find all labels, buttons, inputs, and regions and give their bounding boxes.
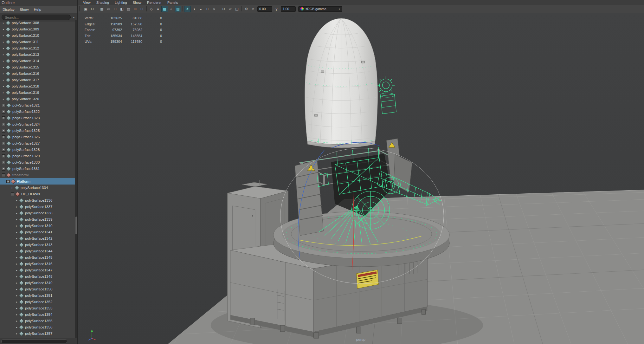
expand-arrow-icon[interactable]: ▸: [15, 320, 19, 322]
expand-arrow-icon[interactable]: ▸: [15, 205, 19, 208]
outliner-item-polySurface1320[interactable]: ▸polySurface1320: [0, 96, 75, 102]
expand-arrow-icon[interactable]: ▸: [15, 256, 19, 259]
outliner-item-polySurface1334[interactable]: ▸polySurface1334: [0, 185, 75, 191]
shaded-icon[interactable]: ●: [155, 6, 161, 12]
outliner-item-polySurface1314[interactable]: ▸polySurface1314: [0, 58, 75, 64]
outliner-item-polySurface1353[interactable]: ▸polySurface1353: [0, 305, 75, 311]
viewport-menu-lighting[interactable]: Lighting: [112, 1, 130, 4]
outliner-item-transform1[interactable]: −transform1: [0, 172, 75, 178]
expand-arrow-icon[interactable]: ▸: [15, 237, 19, 240]
outliner-item-polySurface1329[interactable]: +polySurface1329: [0, 153, 75, 159]
viewport-menu-shading[interactable]: Shading: [93, 1, 112, 4]
outliner-item-polySurface1347[interactable]: ▸polySurface1347: [0, 267, 75, 273]
outliner-item-polySurface1356[interactable]: ▸polySurface1356: [0, 324, 75, 330]
expand-arrow-icon[interactable]: ▸: [15, 275, 19, 278]
outliner-item-polySurface1357[interactable]: ▸polySurface1357: [0, 330, 75, 337]
isolate-select-icon[interactable]: ⊙: [220, 6, 227, 12]
outliner-item-polySurface1327[interactable]: +polySurface1327: [0, 140, 75, 146]
outliner-item-polySurface1324[interactable]: +polySurface1324: [0, 121, 75, 127]
outliner-item-polySurface1322[interactable]: +polySurface1322: [0, 108, 75, 115]
expand-arrow-icon[interactable]: ▸: [1, 53, 6, 56]
expand-arrow-icon[interactable]: ▸: [1, 34, 6, 37]
expand-plus-icon[interactable]: +: [2, 110, 5, 114]
expand-arrow-icon[interactable]: ▸: [1, 47, 6, 50]
outliner-menu-show[interactable]: Show: [17, 8, 31, 11]
expand-arrow-icon[interactable]: ▸: [15, 231, 19, 234]
expand-arrow-icon[interactable]: ▸: [1, 66, 6, 69]
expand-arrow-icon[interactable]: ▸: [1, 41, 6, 43]
outliner-item-polySurface1312[interactable]: ▸polySurface1312: [0, 45, 75, 51]
film-gate-icon[interactable]: ▭: [105, 6, 112, 12]
outliner-item-polySurface1345[interactable]: ▸polySurface1345: [0, 254, 75, 261]
camera-lock-icon[interactable]: ⊡: [89, 6, 96, 12]
outliner-item-polySurface1331[interactable]: +polySurface1331: [0, 166, 75, 172]
outliner-item-polySurface1344[interactable]: ▸polySurface1344: [0, 248, 75, 254]
expand-arrow-icon[interactable]: ▸: [15, 313, 19, 316]
motion-blur-icon[interactable]: ≈: [211, 6, 217, 12]
expand-arrow-icon[interactable]: ▸: [15, 301, 19, 303]
expand-plus-icon[interactable]: +: [2, 161, 5, 164]
outliner-item-polySurface1317[interactable]: ▸polySurface1317: [0, 77, 75, 83]
horizontal-scrollbar-thumb[interactable]: [1, 339, 67, 343]
outliner-item-polySurface1309[interactable]: ▸polySurface1309: [0, 26, 75, 32]
outliner-item-polySurface1316[interactable]: ▸polySurface1316: [0, 70, 75, 77]
viewport-menu-view[interactable]: View: [80, 1, 93, 4]
outliner-menu-display[interactable]: Display: [0, 8, 17, 11]
expand-plus-icon[interactable]: +: [2, 148, 5, 152]
lighting-icon[interactable]: ☀: [184, 6, 191, 12]
expand-arrow-icon[interactable]: ▸: [15, 224, 19, 227]
expand-arrow-icon[interactable]: ▸: [15, 263, 19, 265]
colorspace-dropdown[interactable]: sRGB gamma▾: [298, 6, 342, 12]
outliner-item-polySurface1311[interactable]: ▸polySurface1311: [0, 39, 75, 45]
viewport-menu-renderer[interactable]: Renderer: [144, 1, 164, 4]
expand-arrow-icon[interactable]: ▸: [15, 212, 19, 215]
outliner-item-polySurface1325[interactable]: +polySurface1325: [0, 127, 75, 134]
shadows-icon[interactable]: ◑: [191, 6, 197, 12]
collapse-minus-icon[interactable]: −: [6, 180, 10, 183]
expand-plus-icon[interactable]: +: [2, 129, 5, 133]
gamma-icon[interactable]: γ: [273, 6, 280, 12]
grid-icon[interactable]: ▦: [99, 6, 105, 12]
outliner-item-polySurface1346[interactable]: ▸polySurface1346: [0, 261, 75, 267]
expand-arrow-icon[interactable]: ▸: [15, 307, 19, 310]
field-chart-icon[interactable]: ▤: [125, 6, 132, 12]
vertical-scrollbar-thumb[interactable]: [75, 217, 77, 234]
expand-arrow-icon[interactable]: ▸: [1, 79, 6, 81]
expand-arrow-icon[interactable]: ▸: [1, 72, 6, 75]
outliner-item-polySurface1337[interactable]: ▸polySurface1337: [0, 204, 75, 210]
ambient-occlusion-icon[interactable]: ◒: [197, 6, 204, 12]
expand-arrow-icon[interactable]: ▸: [1, 98, 6, 101]
outliner-item-polySurface1318[interactable]: ▸polySurface1318: [0, 83, 75, 89]
outliner-menu-help[interactable]: Help: [31, 8, 44, 11]
expand-plus-icon[interactable]: +: [2, 104, 5, 107]
outliner-item-polySurface1323[interactable]: +polySurface1323: [0, 115, 75, 121]
outliner-item-polySurface1319[interactable]: ▸polySurface1319: [0, 89, 75, 96]
expand-arrow-icon[interactable]: ▸: [1, 60, 6, 62]
outliner-item-polySurface1321[interactable]: +polySurface1321: [0, 102, 75, 108]
collapse-minus-icon[interactable]: −: [11, 192, 14, 196]
viewport-canvas-area[interactable]: Verts:102625810380Edges:1989891575980Fac…: [78, 13, 644, 344]
expand-arrow-icon[interactable]: ▸: [15, 288, 19, 291]
expand-arrow-icon[interactable]: ▸: [15, 294, 19, 297]
wireframe-icon[interactable]: ◇: [148, 6, 155, 12]
outliner-item-polySurface1339[interactable]: ▸polySurface1339: [0, 216, 75, 223]
outliner-item-polySurface1342[interactable]: ▸polySurface1342: [0, 235, 75, 242]
outliner-item-polySurface1336[interactable]: ▸polySurface1336: [0, 197, 75, 204]
outliner-item-polySurface1355[interactable]: ▸polySurface1355: [0, 318, 75, 324]
expand-plus-icon[interactable]: +: [2, 123, 5, 126]
resolution-gate-icon[interactable]: □: [112, 6, 119, 12]
anti-alias-icon[interactable]: ∷: [204, 6, 211, 12]
expand-plus-icon[interactable]: +: [2, 154, 5, 158]
expand-arrow-icon[interactable]: ▸: [15, 326, 19, 329]
outliner-item-UP_DOWN[interactable]: −UP_DOWN: [0, 191, 75, 197]
safe-action-icon[interactable]: ⊞: [132, 6, 138, 12]
textured-icon[interactable]: ▩: [161, 6, 168, 12]
expand-plus-icon[interactable]: +: [2, 167, 5, 171]
exposure-icon[interactable]: ☀: [250, 6, 256, 12]
outliner-item-polySurface1310[interactable]: ▸polySurface1310: [0, 32, 75, 39]
camera-settings-icon[interactable]: ▣: [82, 6, 89, 12]
outliner-item-Platform[interactable]: −Platform: [0, 178, 75, 185]
expand-plus-icon[interactable]: +: [2, 116, 5, 120]
gate-mask-icon[interactable]: ◧: [119, 6, 125, 12]
outliner-item-polySurface1351[interactable]: ▸polySurface1351: [0, 292, 75, 299]
